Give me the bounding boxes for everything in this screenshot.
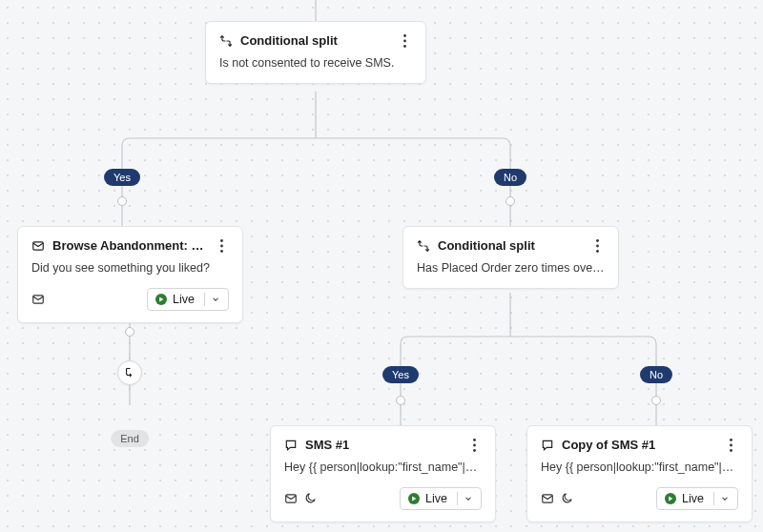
- svg-point-8: [220, 239, 223, 242]
- connector-dot: [117, 196, 127, 206]
- connector-dot: [651, 396, 661, 405]
- svg-marker-25: [669, 496, 672, 501]
- status-label: Live: [682, 492, 704, 505]
- chevron-down-icon: [211, 295, 220, 304]
- svg-point-18: [473, 449, 476, 452]
- node-sms-2[interactable]: Copy of SMS #1 Hey {{ person|lookup:"fir…: [526, 425, 753, 522]
- node-conditional-split[interactable]: Conditional split Is not consented to re…: [205, 21, 426, 84]
- node-description: Did you see something you liked?: [31, 260, 229, 276]
- svg-point-15: [596, 250, 599, 253]
- play-dot-icon: [665, 493, 676, 504]
- branch-label-no: No: [640, 366, 672, 383]
- connector-dot: [505, 196, 515, 206]
- chevron-down-icon: [464, 494, 473, 503]
- status-label: Live: [425, 492, 447, 505]
- node-sms-1[interactable]: SMS #1 Hey {{ person|lookup:"first_name"…: [270, 425, 496, 522]
- node-conditional-split-2[interactable]: Conditional split Has Placed Order zero …: [402, 226, 619, 289]
- status-select[interactable]: Live: [147, 288, 229, 311]
- node-title: Conditional split: [240, 33, 389, 48]
- mail-icon: [31, 239, 45, 253]
- node-title: Conditional split: [438, 238, 582, 253]
- kebab-menu-icon[interactable]: [723, 439, 738, 452]
- node-email[interactable]: Browse Abandonment: Email... Did you see…: [17, 226, 243, 323]
- svg-point-17: [473, 443, 476, 446]
- branch-label-yes: Yes: [382, 366, 419, 383]
- node-description: Hey {{ person|lookup:"first_name"|defaul…: [541, 460, 738, 476]
- svg-point-6: [403, 45, 406, 48]
- svg-point-4: [403, 34, 406, 37]
- node-description: Is not consented to receive SMS.: [219, 55, 412, 72]
- kebab-menu-icon[interactable]: [466, 439, 482, 452]
- split-icon: [219, 34, 233, 48]
- kebab-menu-icon[interactable]: [214, 239, 229, 253]
- branch-label-yes: Yes: [104, 169, 140, 186]
- svg-point-10: [220, 250, 223, 253]
- sms-icon: [284, 439, 298, 452]
- moon-icon: [303, 492, 317, 505]
- play-dot-icon: [155, 294, 167, 305]
- mail-outline-icon: [541, 492, 554, 505]
- kebab-menu-icon[interactable]: [589, 239, 605, 253]
- play-dot-icon: [408, 493, 420, 504]
- kebab-menu-icon[interactable]: [397, 34, 412, 48]
- node-description: Hey {{ person|lookup:"first_name"|defaul…: [284, 460, 482, 476]
- chevron-down-icon: [720, 494, 730, 503]
- svg-point-16: [473, 439, 476, 441]
- node-title: Copy of SMS #1: [562, 438, 715, 452]
- moon-icon: [560, 492, 573, 505]
- node-title: Browse Abandonment: Email...: [52, 238, 206, 253]
- mail-outline-icon: [284, 492, 298, 505]
- svg-point-21: [730, 439, 732, 441]
- split-icon: [417, 239, 430, 253]
- svg-point-23: [730, 449, 732, 452]
- add-step-icon[interactable]: [117, 360, 142, 385]
- sms-icon: [541, 439, 554, 452]
- connector-dot: [396, 396, 405, 405]
- svg-point-14: [596, 244, 599, 247]
- branch-label-no: No: [494, 169, 526, 186]
- svg-point-9: [220, 244, 223, 247]
- svg-marker-20: [412, 496, 416, 501]
- svg-point-22: [730, 443, 732, 446]
- status-label: Live: [173, 293, 195, 306]
- svg-marker-12: [159, 297, 163, 301]
- node-description: Has Placed Order zero times over all tim…: [417, 260, 605, 276]
- node-title: SMS #1: [305, 438, 459, 452]
- status-select[interactable]: Live: [656, 487, 738, 510]
- svg-point-5: [403, 39, 406, 42]
- svg-point-13: [596, 239, 599, 242]
- connector-dot: [125, 327, 134, 337]
- end-label: End: [111, 430, 149, 447]
- status-select[interactable]: Live: [400, 487, 482, 510]
- mail-outline-icon: [31, 293, 45, 306]
